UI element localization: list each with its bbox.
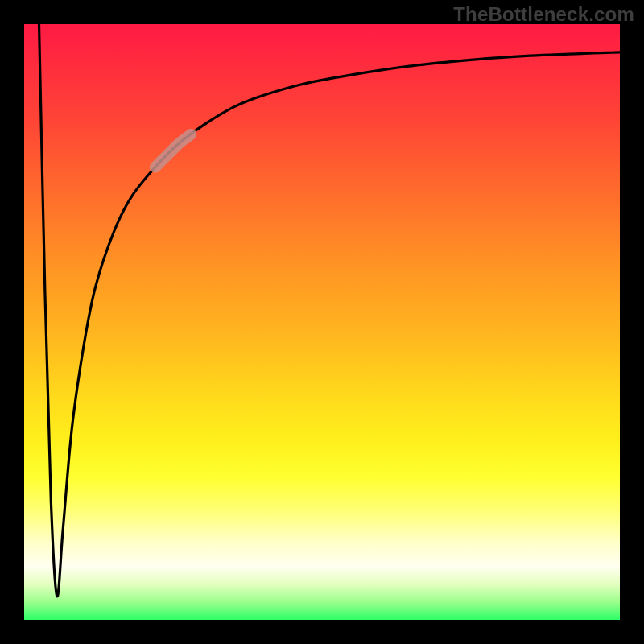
plot-area <box>24 24 620 620</box>
curve-highlight <box>155 134 191 167</box>
chart-frame: TheBottleneck.com <box>0 0 644 644</box>
curve-layer <box>24 24 620 620</box>
bottleneck-curve <box>39 24 621 597</box>
watermark-text: TheBottleneck.com <box>453 3 634 26</box>
